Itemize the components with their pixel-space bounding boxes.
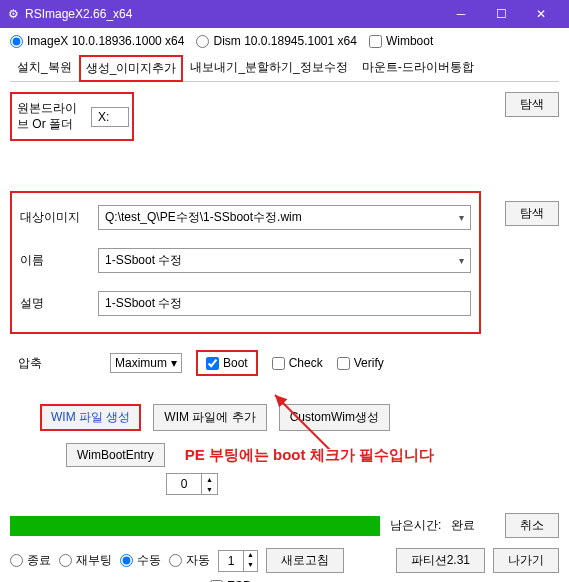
desc-input[interactable]: 1-SSboot 수정 <box>98 291 471 316</box>
compress-select[interactable]: Maximum ▾ <box>110 353 182 373</box>
create-wim-button[interactable]: WIM 파일 생성 <box>40 404 141 431</box>
cancel-button[interactable]: 취소 <box>505 513 559 538</box>
chevron-down-icon[interactable]: ▼ <box>244 561 257 571</box>
tab-create[interactable]: 생성_이미지추가 <box>79 55 184 82</box>
spinner-0-value: 0 <box>167 474 201 494</box>
titlebar: ⚙ RSImageX2.66_x64 ─ ☐ ✕ <box>0 0 569 28</box>
custom-wim-button[interactable]: CustomWim생성 <box>279 404 390 431</box>
button-row-1: WIM 파일 생성 WIM 파일에 추가 CustomWim생성 <box>10 404 559 431</box>
tab-bar: 설치_복원 생성_이미지추가 내보내기_분할하기_정보수정 마운트-드라이버통합 <box>10 54 559 82</box>
close-button[interactable]: ✕ <box>521 0 561 28</box>
compress-label: 압축 <box>18 355 96 372</box>
spinner-1[interactable]: 1 ▲▼ <box>218 550 258 572</box>
append-wim-button[interactable]: WIM 파일에 추가 <box>153 404 266 431</box>
bottom-row: 종료 재부팅 수동 자동 1 ▲▼ 새로고침 파티션2.31 나가기 <box>10 548 559 573</box>
annotation-text: PE 부팅에는 boot 체크가 필수입니다 <box>185 446 434 465</box>
status-row: 남은시간: 완료 취소 <box>10 513 559 538</box>
desc-label: 설명 <box>20 295 98 312</box>
checkbox-wimboot-label: Wimboot <box>386 34 433 48</box>
chevron-up-icon[interactable]: ▲ <box>201 474 217 484</box>
browse-target-button[interactable]: 탐색 <box>505 201 559 226</box>
chevron-down-icon: ▾ <box>171 356 177 370</box>
target-image-label: 대상이미지 <box>20 209 98 226</box>
checkbox-verify-label: Verify <box>354 356 384 370</box>
checkbox-wimboot[interactable]: Wimboot <box>369 34 433 48</box>
browse-source-button[interactable]: 탐색 <box>505 92 559 117</box>
spinner-0[interactable]: 0 ▲▼ <box>166 473 218 495</box>
name-combo[interactable]: 1-SSboot 수정 ▾ <box>98 248 471 273</box>
checkbox-check-label: Check <box>289 356 323 370</box>
compress-row: 압축 Maximum ▾ Boot Check Verify <box>10 350 559 376</box>
tab-export[interactable]: 내보내기_분할하기_정보수정 <box>183 54 354 81</box>
radio-auto[interactable]: 자동 <box>169 552 210 569</box>
chevron-down-icon: ▾ <box>459 255 464 266</box>
radio-imagex-label: ImageX 10.0.18936.1000 x64 <box>27 34 184 48</box>
chevron-down-icon: ▾ <box>459 212 464 223</box>
tab-install[interactable]: 설치_복원 <box>10 54 79 81</box>
progress-bar <box>10 516 380 536</box>
checkbox-boot[interactable]: Boot <box>196 350 258 376</box>
spinner-1-value: 1 <box>219 551 243 571</box>
checkbox-verify[interactable]: Verify <box>337 356 384 370</box>
button-row-2: WimBootEntry PE 부팅에는 boot 체크가 필수입니다 <box>10 443 559 467</box>
wimboot-entry-button[interactable]: WimBootEntry <box>66 443 165 467</box>
target-image-value: Q:\test_Q\PE수정\1-SSboot수정.wim <box>105 209 302 226</box>
source-drive-label: 원본드라이브 Or 폴더 <box>15 97 85 136</box>
maximize-button[interactable]: ☐ <box>481 0 521 28</box>
name-value: 1-SSboot 수정 <box>105 252 182 269</box>
source-drive-value[interactable]: X: <box>91 107 129 127</box>
desc-value: 1-SSboot 수정 <box>105 295 182 312</box>
chevron-up-icon[interactable]: ▲ <box>244 551 257 561</box>
source-drive-section: 원본드라이브 Or 폴더 X: 탐색 <box>10 92 559 141</box>
app-icon: ⚙ <box>8 7 19 21</box>
radio-dism[interactable]: Dism 10.0.18945.1001 x64 <box>196 34 356 48</box>
window-title: RSImageX2.66_x64 <box>25 7 441 21</box>
checkbox-boot-label: Boot <box>223 356 248 370</box>
refresh-button[interactable]: 새로고침 <box>266 548 344 573</box>
radio-shutdown[interactable]: 종료 <box>10 552 51 569</box>
target-box: 대상이미지 Q:\test_Q\PE수정\1-SSboot수정.wim ▾ 이름… <box>10 191 481 334</box>
radio-reboot[interactable]: 재부팅 <box>59 552 112 569</box>
remain-label: 남은시간: <box>390 517 441 534</box>
remain-value: 완료 <box>451 517 475 534</box>
exit-button[interactable]: 나가기 <box>493 548 559 573</box>
minimize-button[interactable]: ─ <box>441 0 481 28</box>
radio-dism-label: Dism 10.0.18945.1001 x64 <box>213 34 356 48</box>
checkbox-check[interactable]: Check <box>272 356 323 370</box>
target-image-combo[interactable]: Q:\test_Q\PE수정\1-SSboot수정.wim ▾ <box>98 205 471 230</box>
radio-manual[interactable]: 수동 <box>120 552 161 569</box>
tab-mount[interactable]: 마운트-드라이버통합 <box>355 54 481 81</box>
radio-imagex[interactable]: ImageX 10.0.18936.1000 x64 <box>10 34 184 48</box>
source-drive-box: 원본드라이브 Or 폴더 X: <box>10 92 134 141</box>
client-area: ImageX 10.0.18936.1000 x64 Dism 10.0.189… <box>0 28 569 582</box>
name-label: 이름 <box>20 252 98 269</box>
compress-value: Maximum <box>115 356 167 370</box>
chevron-down-icon[interactable]: ▼ <box>201 484 217 494</box>
partition-button[interactable]: 파티션2.31 <box>396 548 485 573</box>
top-options-row: ImageX 10.0.18936.1000 x64 Dism 10.0.189… <box>10 34 559 48</box>
